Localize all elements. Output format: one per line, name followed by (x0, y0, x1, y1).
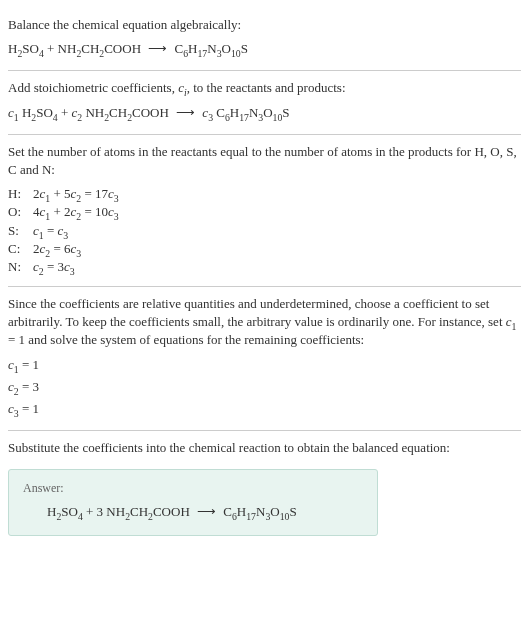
plus: + (58, 105, 72, 120)
element-equation: c1 = c3 (33, 222, 119, 240)
eq-sub: 3 (114, 211, 119, 222)
plus-coeff: + 3 (83, 504, 107, 519)
eq-sub: 3 (70, 265, 75, 276)
reaction-arrow: ⟶ (173, 105, 199, 120)
formula-part: O (222, 41, 231, 56)
subscript: 10 (273, 111, 283, 122)
formula-part: NH (85, 105, 104, 120)
intro-title: Balance the chemical equation algebraica… (8, 16, 521, 34)
subscript: 17 (197, 48, 207, 59)
eq-part: = 10 (81, 204, 108, 219)
c-sub: 1 (512, 321, 517, 332)
solution-c2: c2 = 3 (8, 378, 521, 396)
formula-part: S (289, 504, 296, 519)
substitute-title: Substitute the coefficients into the che… (8, 439, 521, 457)
formula-part: SO (36, 105, 53, 120)
formula-part: CH (130, 504, 148, 519)
eq-sub: 3 (114, 193, 119, 204)
formula-part: COOH (153, 504, 190, 519)
eq-part: = 6 (50, 241, 70, 256)
subscript: 10 (280, 511, 290, 522)
formula-part: H (8, 41, 17, 56)
title-text: Since the coefficients are relative quan… (8, 296, 506, 329)
formula-part: CH (109, 105, 127, 120)
formula-part: O (270, 504, 279, 519)
section-add-coefficients: Add stoichiometric coefficients, ci, to … (8, 71, 521, 134)
subscript: 10 (231, 48, 241, 59)
table-row: H: 2c1 + 5c2 = 17c3 (8, 185, 119, 203)
coefficient-equation: c1 H2SO4 + c2 NH2CH2COOH ⟶ c3 C6H17N3O10… (8, 104, 521, 122)
unbalanced-equation: H2SO4 + NH2CH2COOH ⟶ C6H17N3O10S (8, 40, 521, 58)
solution-c1: c1 = 1 (8, 356, 521, 374)
reaction-arrow: ⟶ (145, 41, 171, 56)
formula-part: N (256, 504, 265, 519)
formula-part: S (241, 41, 248, 56)
formula-part: NH (58, 41, 77, 56)
coeff-title: Add stoichiometric coefficients, ci, to … (8, 79, 521, 97)
eq-part: = 3 (44, 259, 64, 274)
formula-part: H (22, 105, 31, 120)
title-text: Add stoichiometric coefficients, (8, 80, 178, 95)
formula-part: SO (61, 504, 78, 519)
element-label: C: (8, 240, 33, 258)
c-val: = 1 (19, 401, 39, 416)
element-equation: 2c1 + 5c2 = 17c3 (33, 185, 119, 203)
balanced-equation: H2SO4 + 3 NH2CH2COOH ⟶ C6H17N3O10S (23, 503, 363, 521)
reaction-arrow: ⟶ (194, 504, 220, 519)
element-label: S: (8, 222, 33, 240)
eq-part: + 2 (50, 204, 70, 219)
atom-eq-title: Set the number of atoms in the reactants… (8, 143, 521, 179)
formula-part: O (263, 105, 272, 120)
section-solve: Since the coefficients are relative quan… (8, 287, 521, 431)
formula-part: H (47, 504, 56, 519)
element-equation: c2 = 3c3 (33, 258, 119, 276)
formula-part: N (249, 105, 258, 120)
subscript: 17 (239, 111, 249, 122)
element-label: O: (8, 203, 33, 221)
formula-part: NH (106, 504, 125, 519)
formula-part: H (237, 504, 246, 519)
formula-part: C (216, 105, 225, 120)
formula-part: S (282, 105, 289, 120)
formula-part: COOH (104, 41, 141, 56)
answer-label: Answer: (23, 480, 363, 497)
formula-part: C (223, 504, 232, 519)
c1-sub: 1 (14, 111, 19, 122)
formula-part: H (230, 105, 239, 120)
element-equation: 4c1 + 2c2 = 10c3 (33, 203, 119, 221)
eq-sub: 3 (63, 229, 68, 240)
title-text: , to the reactants and products: (187, 80, 346, 95)
title-text: = 1 and solve the system of equations fo… (8, 332, 364, 347)
table-row: N: c2 = 3c3 (8, 258, 119, 276)
element-equation: 2c2 = 6c3 (33, 240, 119, 258)
formula-part: N (207, 41, 216, 56)
plus: + (44, 41, 58, 56)
section-balance-intro: Balance the chemical equation algebraica… (8, 8, 521, 71)
formula-part: COOH (132, 105, 169, 120)
formula-part: C (175, 41, 184, 56)
section-atom-equations: Set the number of atoms in the reactants… (8, 135, 521, 287)
atom-equations-table: H: 2c1 + 5c2 = 17c3 O: 4c1 + 2c2 = 10c3 … (8, 185, 119, 276)
element-label: N: (8, 258, 33, 276)
table-row: S: c1 = c3 (8, 222, 119, 240)
formula-part: SO (22, 41, 39, 56)
table-row: O: 4c1 + 2c2 = 10c3 (8, 203, 119, 221)
c-val: = 3 (19, 379, 39, 394)
answer-box: Answer: H2SO4 + 3 NH2CH2COOH ⟶ C6H17N3O1… (8, 469, 378, 536)
table-row: C: 2c2 = 6c3 (8, 240, 119, 258)
section-answer: Substitute the coefficients into the che… (8, 431, 521, 544)
eq-part: = 17 (81, 186, 108, 201)
solve-title: Since the coefficients are relative quan… (8, 295, 521, 350)
c-val: = 1 (19, 357, 39, 372)
eq-part: = (44, 223, 58, 238)
formula-part: CH (81, 41, 99, 56)
solution-c3: c3 = 1 (8, 400, 521, 418)
eq-part: + 5 (50, 186, 70, 201)
element-label: H: (8, 185, 33, 203)
subscript: 17 (246, 511, 256, 522)
eq-sub: 3 (76, 247, 81, 258)
